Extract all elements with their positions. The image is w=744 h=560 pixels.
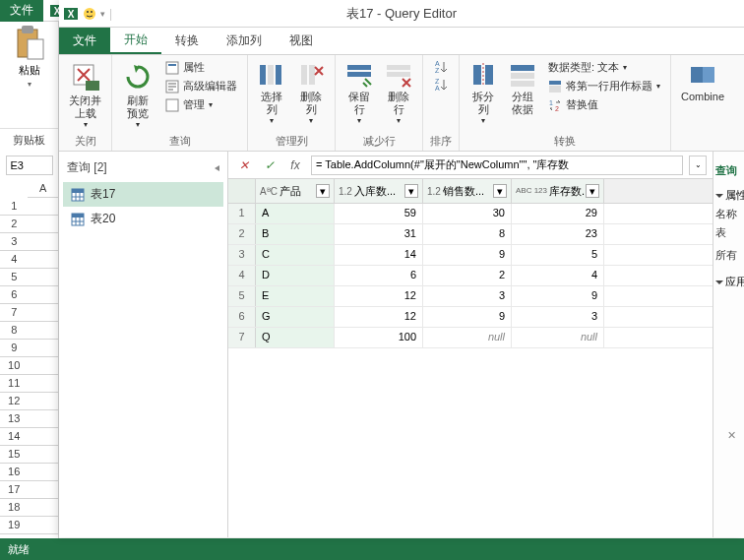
sort-desc-button[interactable]: ZA [429,77,453,93]
cell-product[interactable]: C [256,245,335,265]
row-header[interactable]: 8 [0,321,28,339]
cell-sales[interactable]: 9 [423,245,512,265]
row-header[interactable]: 16 [0,463,28,480]
table-row[interactable]: 7Q100nullnull [228,328,713,348]
tab-view[interactable]: 视图 [276,28,327,54]
name-box[interactable] [6,156,53,175]
row-number[interactable]: 1 [228,204,256,223]
close-and-load-button[interactable]: 关闭并 上载 ▾ [65,59,105,132]
cell-product[interactable]: A [256,204,335,223]
cell-product[interactable]: Q [256,328,335,347]
column-header-inbound[interactable]: 1.2 入库数... ▾ [335,179,423,203]
row-header[interactable]: 15 [0,445,28,463]
cell-stock[interactable]: null [512,328,604,347]
first-row-header-button[interactable]: 将第一行用作标题 ▾ [544,78,664,94]
row-number[interactable]: 2 [228,224,256,244]
properties-button[interactable]: 属性 [161,59,241,76]
cell-sales[interactable]: 2 [423,266,512,285]
cell-inbound[interactable]: 31 [335,224,423,244]
table-corner[interactable] [228,179,256,203]
cell-inbound[interactable]: 12 [335,307,423,327]
row-header[interactable]: 5 [0,268,28,285]
remove-rows-button[interactable]: 删除 行 ▾ [381,59,416,128]
cell-sales[interactable]: 9 [423,307,512,327]
close-step-icon[interactable]: ✕ [727,429,736,442]
cell-product[interactable]: G [256,307,335,327]
column-header-product[interactable]: AᴮC 产品 ▾ [256,179,335,203]
column-header-stock[interactable]: ABC 123 库存数... ▾ [512,179,604,203]
column-header-a[interactable]: A [28,179,58,197]
cell-sales[interactable]: 30 [423,204,512,223]
row-header[interactable]: 19 [0,516,28,533]
row-header[interactable]: 1 [0,197,28,215]
row-number[interactable]: 3 [228,245,256,265]
row-header[interactable]: 17 [0,480,28,498]
table-row[interactable]: 2B31823 [228,224,713,245]
cell-inbound[interactable]: 100 [335,328,423,347]
choose-columns-button[interactable]: 选择 列 ▾ [254,59,289,128]
table-row[interactable]: 4D624 [228,266,713,286]
cell-sales[interactable]: 8 [423,224,512,244]
row-header[interactable]: 9 [0,339,28,356]
cell-product[interactable]: B [256,224,335,244]
row-header[interactable]: 11 [0,374,28,392]
remove-columns-button[interactable]: 删除 列 ▾ [293,59,329,128]
name-box-input[interactable] [11,156,48,174]
row-header[interactable]: 2 [0,215,28,232]
row-number[interactable]: 5 [228,286,256,306]
advanced-editor-button[interactable]: 高级编辑器 [161,78,241,94]
cell-stock[interactable]: 29 [512,204,604,223]
combine-button[interactable]: Combine [677,59,728,105]
keep-rows-button[interactable]: 保留 行 ▾ [341,59,377,128]
cell-sales[interactable]: null [423,328,512,347]
column-header-sales[interactable]: 1.2 销售数... ▾ [423,179,512,203]
split-column-button[interactable]: 拆分 列 ▾ [465,59,501,128]
filter-icon[interactable]: ▾ [586,184,599,198]
table-row[interactable]: 3C1495 [228,245,713,266]
cell-product[interactable]: D [256,266,335,285]
row-header[interactable]: 13 [0,409,28,427]
row-header[interactable]: 12 [0,392,28,409]
tab-file[interactable]: 文件 [59,28,110,54]
paste-dropdown-icon[interactable]: ▾ [28,80,31,89]
name-value[interactable]: 表 [715,223,742,242]
cancel-formula-icon[interactable]: ✕ [234,158,254,172]
formula-expand-icon[interactable]: ⌄ [689,156,707,175]
properties-section[interactable]: 属性 [715,182,742,205]
collapse-icon[interactable] [215,165,219,171]
manage-button[interactable]: 管理 ▾ [161,96,241,113]
table-row[interactable]: 1A593029 [228,204,713,224]
formula-input[interactable]: = Table.AddColumn(#"展开的"NewColumn"", "库存… [311,156,683,175]
data-type-button[interactable]: 数据类型: 文本 ▾ [544,59,664,76]
cell-stock[interactable]: 9 [512,286,604,306]
cell-stock[interactable]: 3 [512,307,604,327]
cell-sales[interactable]: 3 [423,286,512,306]
row-header[interactable]: 18 [0,498,28,516]
tab-transform[interactable]: 转换 [161,28,213,54]
group-by-button[interactable]: 分组 依据 [505,59,540,118]
query-item-table17[interactable]: 表17 [63,182,223,207]
applied-steps-section[interactable]: 应用 [715,269,742,291]
filter-icon[interactable]: ▾ [316,184,330,198]
cell-stock[interactable]: 4 [512,266,604,285]
sort-asc-button[interactable]: AZ [429,59,453,75]
cell-inbound[interactable]: 6 [335,266,423,285]
cell-stock[interactable]: 23 [512,224,604,244]
row-header[interactable]: 6 [0,285,28,303]
row-number[interactable]: 4 [228,266,256,285]
cell-stock[interactable]: 5 [512,245,604,265]
cell-inbound[interactable]: 59 [335,204,423,223]
filter-icon[interactable]: ▾ [493,184,507,198]
row-header[interactable]: 3 [0,232,28,250]
tab-home[interactable]: 开始 [110,28,161,54]
row-header[interactable]: 7 [0,303,28,321]
accept-formula-icon[interactable]: ✓ [260,158,279,172]
row-header[interactable]: 10 [0,356,28,374]
all-props-link[interactable]: 所有 [715,242,742,269]
tab-addcolumn[interactable]: 添加列 [213,28,276,54]
filter-icon[interactable]: ▾ [404,184,418,198]
smiley-icon[interactable] [83,7,96,21]
refresh-preview-button[interactable]: 刷新 预览 ▾ [118,59,157,132]
replace-values-button[interactable]: 12替换值 [544,96,664,113]
fx-icon[interactable]: fx [285,158,305,172]
